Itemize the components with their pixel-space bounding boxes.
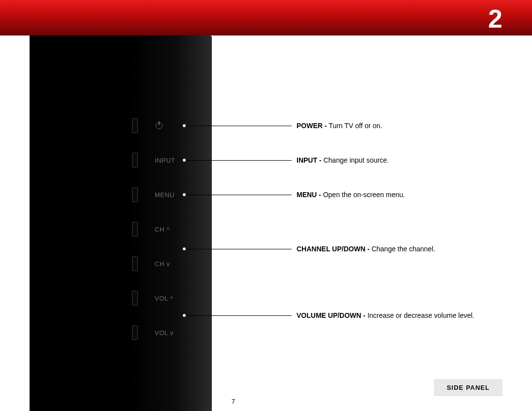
callout-line-menu [186, 195, 292, 195]
ch-down-label: CH v [155, 256, 224, 271]
callout-dot-volume [182, 313, 186, 317]
menu-button-slot [132, 187, 138, 202]
desc-power-text: Turn TV off or on. [329, 122, 382, 130]
desc-menu-bold: MENU - [297, 191, 323, 199]
callout-dot-channel [182, 247, 186, 251]
chapter-number: 2 [488, 4, 502, 34]
vol-down-label: VOL v [155, 325, 224, 340]
header-band: 2 [0, 0, 532, 35]
input-button-slot [132, 153, 138, 168]
desc-channel-bold: CHANNEL UP/DOWN - [297, 245, 371, 253]
vol-down-button-slot [132, 325, 138, 340]
desc-channel: CHANNEL UP/DOWN - Change the channel. [297, 245, 435, 253]
desc-menu: MENU - Open the on-screen menu. [297, 191, 405, 199]
desc-volume-text: Increase or decrease volume level. [367, 311, 474, 319]
callout-line-channel [186, 249, 292, 249]
callout-dot-input [182, 158, 186, 162]
desc-channel-text: Change the channel. [371, 245, 435, 253]
desc-volume: VOLUME UP/DOWN - Increase or decrease vo… [297, 311, 474, 319]
desc-power-bold: POWER - [297, 122, 329, 130]
tv-side-panel: INPUT MENU CH ^ CH v VOL ^ VOL v [30, 35, 212, 411]
ch-up-button-slot [132, 222, 138, 237]
callout-dot-menu [182, 193, 186, 197]
desc-menu-text: Open the on-screen menu. [323, 191, 405, 199]
power-button-slot [132, 118, 138, 133]
power-icon [156, 122, 163, 129]
desc-power: POWER - Turn TV off or on. [297, 122, 382, 130]
side-panel-tag: SIDE PANEL [434, 379, 502, 396]
vol-up-button-slot [132, 291, 138, 306]
desc-input-text: Change input source. [323, 156, 389, 164]
ch-up-label: CH ^ [155, 222, 224, 237]
vol-up-label: VOL ^ [155, 291, 224, 306]
callout-line-volume [186, 315, 292, 316]
callout-dot-power [182, 124, 186, 128]
ch-down-button-slot [132, 256, 138, 271]
page-number: 7 [232, 398, 235, 405]
desc-input-bold: INPUT - [297, 156, 323, 164]
desc-volume-bold: VOLUME UP/DOWN - [297, 311, 367, 319]
desc-input: INPUT - Change input source. [297, 156, 389, 164]
callout-line-input [186, 160, 292, 161]
callout-line-power [186, 126, 292, 126]
